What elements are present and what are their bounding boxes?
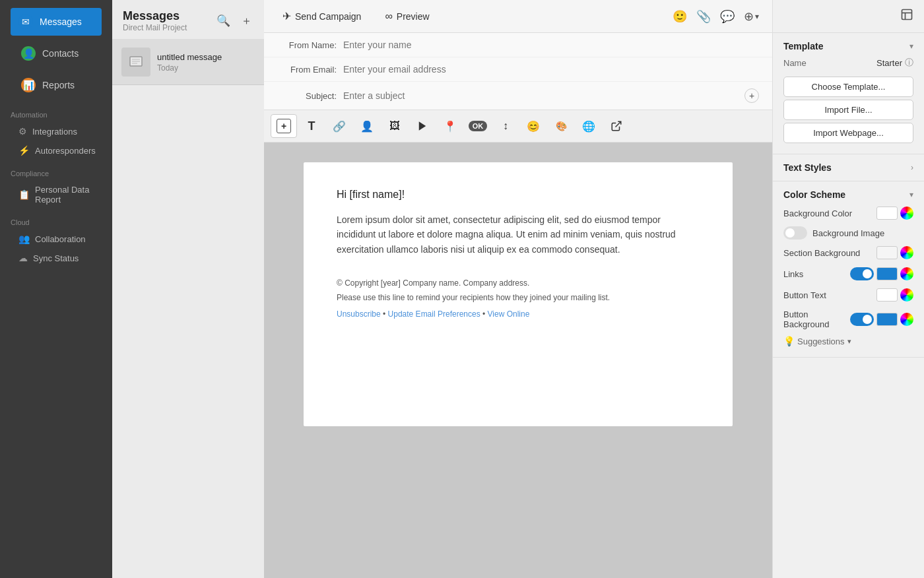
button-tool-button[interactable]: OK xyxy=(465,114,491,138)
pin-tool-button[interactable]: 📍 xyxy=(437,114,463,138)
subject-add-button[interactable]: + xyxy=(744,88,759,103)
links-color-wheel[interactable] xyxy=(900,267,913,280)
sidebar-item-integrations[interactable]: ⚙ Integrations xyxy=(5,122,107,141)
messages-panel-title: Messages xyxy=(123,9,187,23)
personalize-tool-button[interactable]: 👤 xyxy=(354,114,380,138)
sidebar-item-collaboration[interactable]: 👥 Collaboration xyxy=(5,230,107,248)
section-bg-color-box[interactable] xyxy=(876,246,898,259)
image-tool-button[interactable]: 🖼 xyxy=(381,114,408,138)
preview-button[interactable]: ∞ Preview xyxy=(380,8,434,25)
search-button[interactable]: 🔍 xyxy=(215,13,232,29)
sidebar: ✉ Messages 👤 Contacts 📊 Reports Automati… xyxy=(0,0,112,578)
sidebar-item-messages[interactable]: ✉ Messages xyxy=(11,8,102,36)
editor-toolbar: + T 🔗 👤 🖼 📍 OK ↕ 😊 🎨 xyxy=(264,110,772,143)
sidebar-item-sync-status[interactable]: ☁ Sync Status xyxy=(5,249,107,267)
import-webpage-button[interactable]: Import Webpage... xyxy=(783,123,913,143)
subject-input[interactable] xyxy=(343,90,739,101)
send-campaign-label: Send Campaign xyxy=(295,11,361,22)
template-section: Template ▾ Name Starter ⓘ Choose Templat… xyxy=(773,33,924,154)
special-chars-button[interactable]: 🎨 xyxy=(548,114,574,138)
sidebar-section-cloud: Cloud 👥 Collaboration ☁ Sync Status xyxy=(0,209,112,268)
links-color-row: Links xyxy=(783,263,913,284)
sidebar-item-contacts[interactable]: 👤 Contacts xyxy=(11,38,102,69)
emoji-picker-button[interactable]: 🙂 xyxy=(673,9,687,24)
background-color-swatch-group xyxy=(876,207,913,220)
svg-rect-6 xyxy=(902,10,912,20)
button-text-swatch-group xyxy=(876,288,913,302)
section-bg-color-wheel[interactable] xyxy=(900,246,913,259)
button-text-color-box[interactable] xyxy=(876,288,898,302)
message-thumbnail xyxy=(121,48,150,77)
add-message-button[interactable]: ＋ xyxy=(240,12,253,30)
emoji-tool-button[interactable]: 😊 xyxy=(520,114,546,138)
background-image-label: Background Image xyxy=(812,228,884,238)
link-tool-button[interactable]: 🔗 xyxy=(326,114,352,138)
from-name-field: From Name: xyxy=(264,33,772,57)
template-section-title: Template xyxy=(783,41,823,51)
autoresponders-icon: ⚡ xyxy=(18,145,30,156)
add-block-button[interactable]: + xyxy=(271,114,297,138)
email-links-row: Unsubscribe • Update Email Preferences •… xyxy=(337,307,700,322)
message-list-panel: Messages Direct Mail Project 🔍 ＋ untitle… xyxy=(112,0,264,578)
video-tool-button[interactable] xyxy=(409,114,436,138)
attachment-button[interactable]: 📎 xyxy=(696,9,711,24)
email-lorem: Lorem ipsum dolor sit amet, consectetur … xyxy=(337,212,700,257)
unsubscribe-link[interactable]: Unsubscribe xyxy=(337,309,381,319)
message-info: untitled message Today xyxy=(157,52,222,73)
email-greeting: Hi [first name]! xyxy=(337,189,700,201)
sync-status-icon: ☁ xyxy=(18,253,28,263)
text-tool-button[interactable]: T xyxy=(298,114,325,138)
email-footer: © Copyright [year] Company name. Company… xyxy=(337,276,700,322)
sidebar-item-autoresponders[interactable]: ⚡ Autoresponders xyxy=(5,141,107,160)
button-text-row: Button Text xyxy=(783,284,913,305)
color-scheme-header[interactable]: Color Scheme ▾ xyxy=(783,189,913,200)
external-button[interactable] xyxy=(603,114,630,138)
template-chevron-icon: ▾ xyxy=(909,42,913,51)
message-list-item[interactable]: untitled message Today xyxy=(112,40,264,85)
send-campaign-button[interactable]: ✈ Send Campaign xyxy=(277,7,366,25)
language-button[interactable]: 🌐 xyxy=(576,114,602,138)
top-bar-right: 🙂 📎 💬 ⊕ ▾ xyxy=(673,9,759,24)
background-color-box[interactable] xyxy=(876,207,898,220)
sidebar-label-sync-status: Sync Status xyxy=(33,253,79,263)
view-online-link[interactable]: View Online xyxy=(488,309,530,319)
main-content: ✈ Send Campaign ∞ Preview 🙂 📎 💬 ⊕ ▾ From… xyxy=(264,0,772,578)
background-image-toggle[interactable] xyxy=(783,226,807,240)
template-icon-button[interactable] xyxy=(899,7,915,26)
links-toggle[interactable] xyxy=(850,267,874,280)
resize-tool-button[interactable]: ↕ xyxy=(492,114,519,138)
import-file-button[interactable]: Import File... xyxy=(783,100,913,120)
from-name-input[interactable] xyxy=(343,40,759,50)
section-bg-swatch-group xyxy=(876,246,913,259)
button-text-color-wheel[interactable] xyxy=(900,288,913,302)
preferences-link[interactable]: Update Email Preferences xyxy=(388,309,480,319)
button-bg-color-box[interactable] xyxy=(876,313,898,326)
sidebar-item-reports[interactable]: 📊 Reports xyxy=(11,70,102,100)
sidebar-label-messages: Messages xyxy=(40,16,82,27)
template-name-value-group: Starter ⓘ xyxy=(876,57,913,69)
from-email-input[interactable] xyxy=(343,64,759,75)
email-canvas[interactable]: Hi [first name]! Lorem ipsum dolor sit a… xyxy=(264,143,772,578)
suggestions-link[interactable]: 💡 Suggestions ▾ xyxy=(783,333,913,349)
comment-button[interactable]: 💬 xyxy=(720,9,735,24)
choose-template-button[interactable]: Choose Template... xyxy=(783,77,913,97)
button-bg-toggle[interactable] xyxy=(850,313,874,326)
svg-line-5 xyxy=(616,121,621,127)
template-section-header[interactable]: Template ▾ xyxy=(783,41,913,51)
links-color-box[interactable] xyxy=(876,267,898,280)
sidebar-section-compliance: Compliance 📋 Personal Data Report xyxy=(0,160,112,209)
text-styles-header[interactable]: Text Styles › xyxy=(783,162,913,173)
suggestions-icon: 💡 xyxy=(783,336,795,346)
email-reminder: Please use this line to remind your reci… xyxy=(337,291,700,305)
email-form: From Name: From Email: Subject: + xyxy=(264,33,772,110)
sidebar-item-personal-data-report[interactable]: 📋 Personal Data Report xyxy=(5,181,107,209)
more-button[interactable]: ⊕ ▾ xyxy=(744,9,759,24)
messages-panel-subtitle: Direct Mail Project xyxy=(123,23,187,32)
preview-icon: ∞ xyxy=(385,11,392,22)
template-info-icon[interactable]: ⓘ xyxy=(905,57,913,69)
button-text-label: Button Text xyxy=(783,290,826,300)
personal-data-report-icon: 📋 xyxy=(18,189,30,200)
button-bg-color-wheel[interactable] xyxy=(900,313,913,326)
background-color-wheel[interactable] xyxy=(900,207,913,220)
from-email-label: From Email: xyxy=(277,65,337,75)
